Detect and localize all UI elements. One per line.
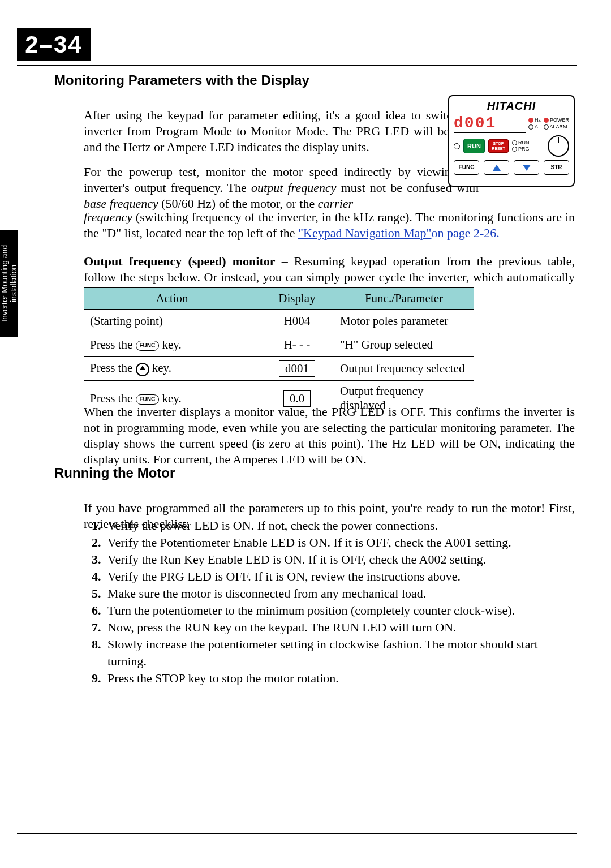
cell-func: Output frequency selected: [334, 357, 474, 381]
th-display: Display: [260, 288, 334, 310]
page: 2–34 Inverter Mounting and installation …: [0, 0, 611, 868]
led-label: ALARM: [550, 124, 567, 130]
keypad-led-column: Hz POWER A ALARM: [528, 117, 569, 130]
link-keypad-nav-map[interactable]: "Keypad Navigation Map": [298, 226, 431, 240]
checklist-item: Now, press the RUN key on the keypad. Th…: [104, 619, 575, 636]
cell-func: Motor poles parameter: [334, 310, 474, 333]
chapter-side-tab: Inverter Mounting and installation: [0, 230, 18, 337]
text: (50/60 Hz) of the motor, or the: [158, 196, 318, 210]
func-key-icon: FUNC: [136, 394, 160, 405]
table-row: Press the FUNC key.H- - -"H" Group selec…: [84, 333, 474, 357]
display-value-box: H- - -: [278, 337, 317, 353]
checklist: Verify the power LED is ON. If not, chec…: [84, 517, 575, 687]
cell-func: "H" Group selected: [334, 333, 474, 357]
text-italic: carrier: [318, 196, 353, 210]
checklist-item: Turn the potentiometer to the minimum po…: [104, 602, 575, 619]
cell-display: H- - -: [260, 333, 334, 357]
chapter-side-label: Inverter Mounting and installation: [0, 230, 18, 337]
checklist-item: Verify the Potentiometer Enable LED is O…: [104, 534, 575, 551]
steps-table: Action Display Func./Parameter (Starting…: [84, 287, 474, 416]
led-runkey-icon: [454, 143, 460, 149]
cell-display: H004: [260, 310, 334, 333]
checklist-item: Verify the power LED is ON. If not, chec…: [104, 517, 575, 534]
checklist-item: Slowly increase the potentiometer settin…: [104, 636, 575, 670]
checklist-item: Make sure the motor is disconnected from…: [104, 585, 575, 602]
down-key-icon: [136, 363, 149, 376]
led-label: Hz: [535, 117, 541, 123]
text-bold: Output frequency (speed) monitor: [84, 254, 276, 268]
paragraph: After using the keypad for parameter edi…: [84, 108, 479, 155]
led-run-icon: [512, 140, 517, 145]
text: RESET: [489, 146, 508, 151]
keypad-brand: HITACHI: [454, 100, 569, 112]
down-button[interactable]: [514, 160, 539, 175]
heading-monitoring: Monitoring Parameters with the Display: [54, 72, 309, 88]
display-value-box: d001: [279, 360, 315, 377]
stop-reset-button[interactable]: STOP RESET: [488, 139, 509, 153]
paragraph: For the powerup test, monitor the motor …: [84, 164, 479, 212]
paragraph: When the inverter displays a monitor val…: [84, 404, 575, 467]
rule-top: [17, 65, 577, 66]
cell-action: Press the FUNC key.: [84, 333, 260, 357]
table-row: (Starting point)H004Motor poles paramete…: [84, 310, 474, 333]
led-a-icon: [528, 124, 533, 130]
led-prg-icon: [512, 147, 517, 152]
run-button[interactable]: RUN: [463, 139, 485, 153]
text: on page 2-26.: [431, 226, 499, 240]
keypad-lcd: d 0 0 1: [454, 113, 526, 133]
lcd-digit: d: [454, 115, 463, 131]
th-action: Action: [84, 288, 260, 310]
table-row: Press the key.d001Output frequency selec…: [84, 357, 474, 381]
led-labels-small: RUN PRG: [512, 140, 530, 152]
checklist-item: Verify the Run Key Enable LED is ON. If …: [104, 551, 575, 568]
checklist-item: Press the STOP key to stop the motor rot…: [104, 670, 575, 687]
led-label: A: [535, 124, 538, 130]
func-button[interactable]: FUNC: [454, 160, 479, 175]
led-power-icon: [544, 118, 549, 123]
page-number-badge: 2–34: [17, 28, 91, 61]
led-hz-icon: [528, 118, 533, 123]
cell-action: Press the key.: [84, 357, 260, 381]
triangle-up-icon: [493, 165, 501, 171]
heading-running-motor: Running the Motor: [54, 465, 175, 481]
text: STOP: [489, 141, 508, 146]
lcd-digit: 0: [475, 115, 485, 131]
cell-display: d001: [260, 357, 334, 381]
led-alarm-icon: [544, 124, 549, 130]
keypad-figure: HITACHI d 0 0 1 Hz POWER A ALARM RUN STO…: [448, 95, 575, 187]
rule-bottom: [17, 833, 577, 834]
func-key-icon: FUNC: [136, 341, 160, 351]
th-func: Func./Parameter: [334, 288, 474, 310]
cell-action: (Starting point): [84, 310, 260, 333]
text-italic: frequency: [84, 210, 132, 224]
checklist-item: Verify the PRG LED is OFF. If it is ON, …: [104, 568, 575, 585]
str-button[interactable]: STR: [544, 160, 569, 175]
led-label: POWER: [550, 117, 569, 123]
lcd-digit: 1: [485, 115, 495, 131]
lcd-digit: 0: [464, 115, 474, 131]
paragraph: frequency (switching frequency of the in…: [84, 209, 575, 241]
display-value-box: H004: [278, 313, 317, 329]
up-button[interactable]: [484, 160, 509, 175]
text-italic: output frequency: [251, 181, 336, 195]
triangle-down-icon: [523, 165, 531, 171]
text-italic: base frequency: [84, 196, 158, 210]
potentiometer-icon[interactable]: [548, 135, 569, 157]
